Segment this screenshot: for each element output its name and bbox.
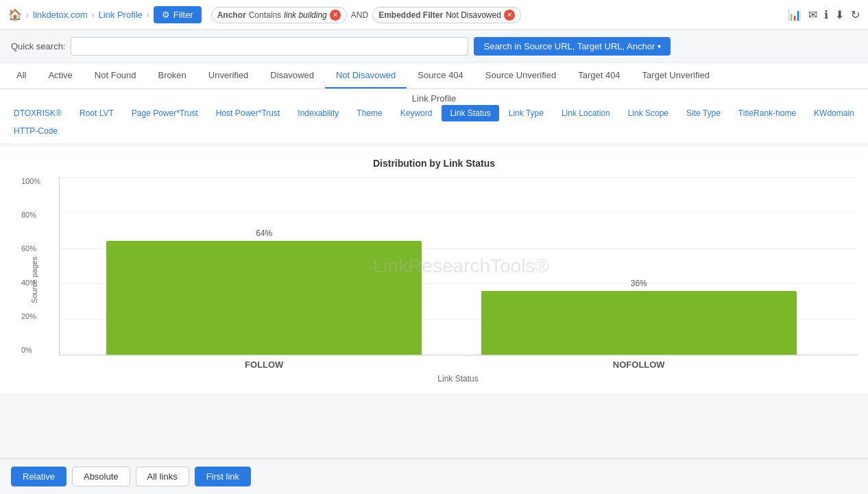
profile-tab-link_status[interactable]: Link Status [442,105,498,121]
search-dropdown-chevron: ▾ [658,43,661,50]
search-input[interactable] [71,37,468,56]
y-label-20: 20% [21,312,40,320]
topbar: 🏠 › linkdetox.com › Link Profile › ⚙ Fil… [0,0,868,30]
chart-section: Distribution by Link Status Source pages… [0,147,868,394]
search-label: Quick search: [11,41,65,51]
embedded-chip-value: Not Disavowed [446,10,501,20]
bar-nofollow-value: 36% [631,279,647,288]
profile-tab-indexability[interactable]: Indexability [289,105,347,121]
y-label-0: 0% [21,346,40,354]
profile-tab-link_scope[interactable]: Link Scope [620,105,677,121]
x-axis-label: Link Status [59,374,857,384]
anchor-chip: Anchor Contains link building ✕ [211,7,347,23]
y-label-40: 40% [21,279,40,287]
profile-tab-keyword[interactable]: Keyword [392,105,441,121]
profile-tab-page_power_trust[interactable]: Page Power*Trust [123,105,206,121]
breadcrumb-linkdetox[interactable]: linkdetox.com [33,10,87,20]
bar-follow-rect [106,241,422,355]
profile-tab-root_lvt[interactable]: Root LVT [71,105,122,121]
chart-inner: 100% 80% 60% 40% 20% 0% ·LinkResearchToo… [59,177,857,383]
refresh-icon[interactable]: ↻ [851,8,860,21]
status-tab-target_unverified[interactable]: Target Unverified [631,63,721,89]
y-label-100: 100% [21,177,40,185]
and-operator: AND [351,10,368,20]
link-profile-section: Link Profile DTOXRISK®Root LVTPage Power… [0,89,868,144]
profile-tab-theme[interactable]: Theme [348,105,390,121]
filter-chips: Anchor Contains link building ✕ AND Embe… [211,7,521,23]
status-tab-unverified[interactable]: Unverified [197,63,260,89]
status-tab-target_404[interactable]: Target 404 [567,63,631,89]
bar-nofollow-label: NOFOLLOW [462,360,817,370]
breadcrumb-link-profile[interactable]: Link Profile [98,10,142,20]
anchor-chip-close[interactable]: ✕ [330,10,341,21]
profile-tab-dtoxrisk[interactable]: DTOXRISK® [5,105,70,121]
profile-tabs: DTOXRISK®Root LVTPage Power*TrustHost Po… [0,105,868,143]
status-tab-broken[interactable]: Broken [147,63,197,89]
profile-tab-link_location[interactable]: Link Location [553,105,618,121]
profile-tab-site_type[interactable]: Site Type [678,105,729,121]
filter-button[interactable]: ⚙ Filter [154,6,202,23]
profile-tab-link_type[interactable]: Link Type [501,105,552,121]
status-tabs: AllActiveNot FoundBrokenUnverifiedDisavo… [0,63,868,89]
status-tab-not_disavowed[interactable]: Not Disavowed [325,63,407,89]
breadcrumb-chevron-1: › [26,10,29,20]
anchor-chip-label: Anchor [217,10,246,20]
topbar-right-icons: 📊 ✉ ℹ ⬇ ↻ [788,8,860,21]
bar-follow: 64% [87,177,442,355]
search-button-label: Search in Source URL, Target URL, Anchor [483,41,655,51]
home-icon[interactable]: 🏠 [8,8,22,21]
embedded-chip-label: Embedded Filter [378,10,443,20]
status-tab-source_unverified[interactable]: Source Unverified [474,63,567,89]
breadcrumb-chevron-2: › [91,10,94,20]
filter-icon: ⚙ [162,10,170,20]
anchor-chip-operator: Contains [249,10,281,20]
status-tab-source_404[interactable]: Source 404 [407,63,474,89]
status-tab-not_found[interactable]: Not Found [84,63,147,89]
mail-icon[interactable]: ✉ [808,8,817,21]
search-button[interactable]: Search in Source URL, Target URL, Anchor… [474,37,671,56]
info-icon[interactable]: ℹ [824,8,828,21]
anchor-chip-value: link building [284,10,327,20]
status-tab-disavowed[interactable]: Disavowed [259,63,325,89]
embedded-chip: Embedded Filter Not Disavowed ✕ [372,7,521,23]
profile-tab-titlerank_home[interactable]: TitleRank-home [730,105,804,121]
searchbar: Quick search: Search in Source URL, Targ… [0,30,868,63]
profile-tab-http_code[interactable]: HTTP-Code [5,123,66,139]
y-label-80: 80% [21,211,40,219]
chart-icon[interactable]: 📊 [788,8,801,21]
download-icon[interactable]: ⬇ [835,8,844,21]
y-label-60: 60% [21,244,40,252]
link-profile-title: Link Profile [0,89,868,105]
status-tab-all[interactable]: All [5,63,37,89]
chart-title: Distribution by Link Status [11,158,857,169]
profile-tab-host_power_trust[interactable]: Host Power*Trust [208,105,289,121]
filter-button-label: Filter [173,10,193,20]
bar-follow-label: FOLLOW [87,360,442,370]
status-tab-active[interactable]: Active [37,63,83,89]
breadcrumb-chevron-3: › [147,10,149,20]
chart-container: Source pages 100% 80% 60% 40% 20% 0% ·Li… [11,177,857,383]
bar-follow-value: 64% [256,228,272,238]
bar-nofollow-rect [481,291,797,355]
bar-nofollow: 36% [462,177,817,355]
embedded-chip-close[interactable]: ✕ [504,10,515,21]
profile-tab-kwdomain[interactable]: KWdomain [806,105,863,121]
